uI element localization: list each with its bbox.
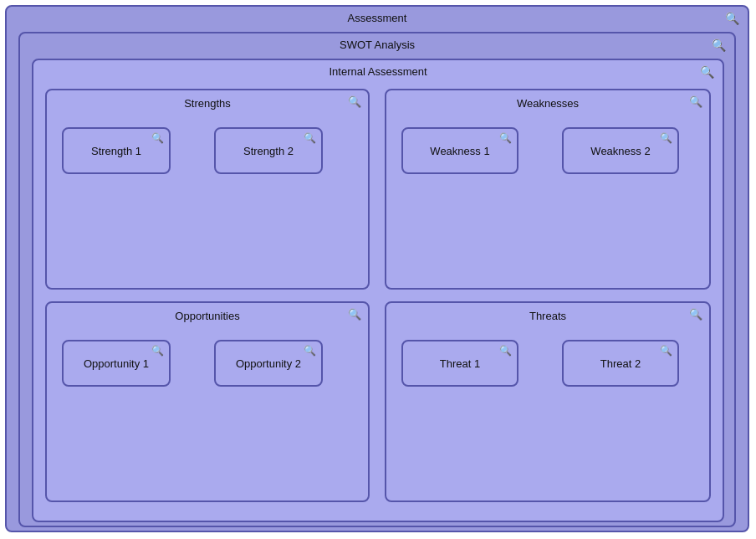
strength2-search-icon[interactable]: 🔍: [304, 132, 316, 144]
internal-assessment-frame: Internal Assessment 🔍 Strengths 🔍 🔍 Stre…: [32, 59, 724, 522]
weakness1-item[interactable]: 🔍 Weakness 1: [401, 127, 518, 174]
threats-quadrant: Threats 🔍 🔍 Threat 1 🔍 Threat 2: [385, 301, 711, 502]
swot-search-icon[interactable]: 🔍: [712, 38, 726, 52]
opportunities-search-icon[interactable]: 🔍: [348, 308, 361, 321]
strength1-item[interactable]: 🔍 Strength 1: [62, 127, 171, 174]
strength2-label: Strength 2: [243, 145, 294, 157]
weakness2-item[interactable]: 🔍 Weakness 2: [562, 127, 679, 174]
threat1-item[interactable]: 🔍 Threat 1: [401, 340, 518, 387]
internal-assessment-title: Internal Assessment: [33, 65, 723, 78]
assessment-frame: Assessment 🔍 SWOT Analysis 🔍 Internal As…: [5, 5, 749, 532]
opportunity2-label: Opportunity 2: [236, 357, 301, 370]
weakness1-search-icon[interactable]: 🔍: [499, 132, 512, 144]
threat2-item[interactable]: 🔍 Threat 2: [562, 340, 679, 387]
weakness2-label: Weakness 2: [590, 145, 650, 157]
opportunity1-label: Opportunity 1: [84, 357, 149, 370]
threat2-search-icon[interactable]: 🔍: [660, 345, 672, 357]
strengths-title: Strengths: [47, 97, 368, 110]
strength2-item[interactable]: 🔍 Strength 2: [214, 127, 323, 174]
strengths-quadrant: Strengths 🔍 🔍 Strength 1 🔍 Strength 2: [45, 89, 370, 290]
opportunity1-search-icon[interactable]: 🔍: [151, 345, 164, 357]
strength1-label: Strength 1: [91, 145, 141, 157]
weakness1-label: Weakness 1: [430, 145, 489, 157]
threat1-search-icon[interactable]: 🔍: [499, 345, 512, 357]
assessment-search-icon[interactable]: 🔍: [725, 12, 739, 25]
weaknesses-quadrant: Weaknesses 🔍 🔍 Weakness 1 🔍 Weakness 2: [385, 89, 711, 290]
strengths-search-icon[interactable]: 🔍: [348, 95, 361, 108]
swot-title: SWOT Analysis: [20, 38, 734, 51]
opportunity1-item[interactable]: 🔍 Opportunity 1: [62, 340, 171, 387]
threat1-label: Threat 1: [440, 357, 480, 370]
swot-frame: SWOT Analysis 🔍 Internal Assessment 🔍 St…: [18, 32, 736, 527]
weakness2-search-icon[interactable]: 🔍: [660, 132, 672, 144]
threat2-label: Threat 2: [600, 357, 641, 370]
opportunity2-item[interactable]: 🔍 Opportunity 2: [214, 340, 323, 387]
strength1-search-icon[interactable]: 🔍: [151, 132, 164, 144]
assessment-title: Assessment: [7, 12, 748, 24]
opportunities-quadrant: Opportunities 🔍 🔍 Opportunity 1 🔍 Opport…: [45, 301, 370, 502]
weaknesses-title: Weaknesses: [386, 97, 709, 110]
internal-search-icon[interactable]: 🔍: [700, 65, 714, 79]
threats-search-icon[interactable]: 🔍: [689, 308, 702, 321]
opportunity2-search-icon[interactable]: 🔍: [304, 345, 316, 357]
threats-title: Threats: [386, 310, 709, 322]
opportunities-title: Opportunities: [47, 310, 368, 322]
weaknesses-search-icon[interactable]: 🔍: [689, 95, 702, 108]
